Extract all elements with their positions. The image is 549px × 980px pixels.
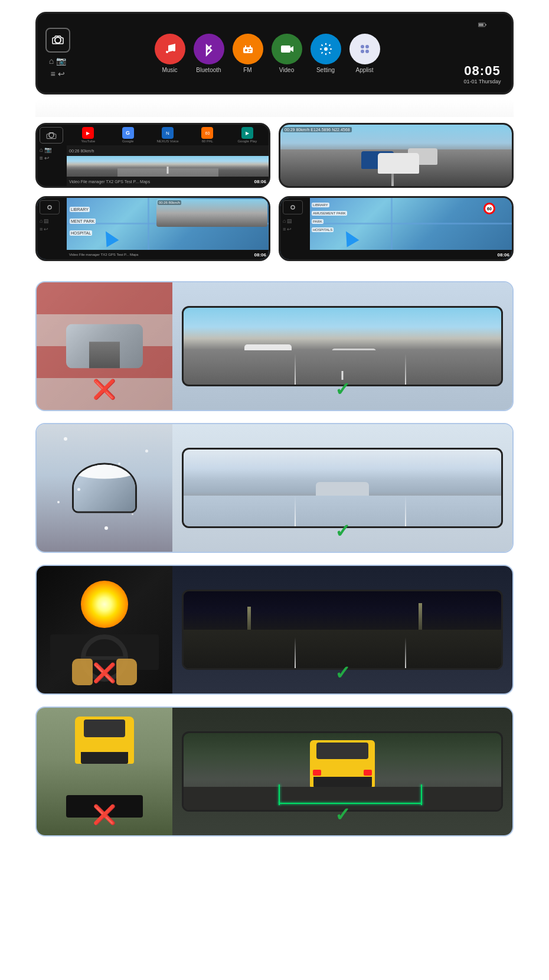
parking-bad-scene: ❌ bbox=[37, 708, 172, 835]
snow-overlay bbox=[37, 424, 172, 552]
map-content-left: LIBRARY MENT PARK HOSPITAL 60 00:26 80km… bbox=[67, 198, 269, 259]
screen-left-2-inner: ⌂ 📷 ≡ ↩ ▶ bbox=[37, 125, 269, 186]
photo-icon[interactable]: 📷 bbox=[56, 56, 66, 66]
map-sidebar-right: ⌂ ▤ ≡ ↩ bbox=[280, 198, 310, 259]
good-icon-1: ✓ bbox=[335, 378, 351, 401]
comp-right-2: ✓ bbox=[172, 424, 512, 552]
comparison-panel-3: ❌ ✓ bbox=[35, 565, 514, 695]
app-nexus[interactable]: N NEXUS Voice bbox=[149, 127, 187, 143]
app-setting[interactable]: Setting bbox=[311, 34, 341, 73]
mirror-shape-1 bbox=[66, 324, 143, 369]
comparison-panel-4: ❌ bbox=[35, 706, 514, 836]
dashcam-display-4 bbox=[182, 731, 503, 812]
settings-icon[interactable]: ≡ bbox=[50, 69, 55, 79]
comp-right-1: ✓ bbox=[172, 282, 512, 410]
recording-info: 00:26 80km/h bbox=[69, 149, 94, 153]
tail-light-left bbox=[313, 770, 321, 776]
bad-icon-4: ❌ bbox=[93, 803, 116, 826]
dashcam-display-3 bbox=[182, 590, 503, 670]
half-bottombar: Video File manager TX2 GPS Test P... Map… bbox=[67, 177, 269, 186]
comparison-panel-1: ❌ ✓ bbox=[35, 281, 514, 411]
svg-point-18 bbox=[291, 206, 295, 209]
map-label-park: MENT PARK bbox=[70, 219, 96, 224]
app-gplay[interactable]: ▶ Google Play bbox=[228, 127, 266, 143]
back-icon[interactable]: ↩ bbox=[58, 69, 65, 79]
lane-l-3 bbox=[295, 637, 296, 668]
guide-line-right bbox=[421, 784, 422, 805]
lane-r-1 bbox=[405, 354, 406, 385]
svg-rect-6 bbox=[249, 51, 250, 52]
app-60pal[interactable]: 60 60 PAL bbox=[188, 127, 226, 143]
svg-rect-5 bbox=[249, 49, 251, 50]
setting-label: Setting bbox=[316, 67, 335, 73]
app-google[interactable]: G Google bbox=[109, 127, 146, 143]
clock-small: 08:06 bbox=[254, 179, 266, 184]
screen-right-2: 00:29 80km/h E124.5896 N22.4568 bbox=[279, 123, 514, 188]
page-container: ⌂ 📷 ≡ ↩ Mu bbox=[0, 0, 549, 860]
nav-arrow-right bbox=[340, 228, 360, 248]
screen-left-2: ⌂ 📷 ≡ ↩ ▶ bbox=[35, 123, 270, 188]
bad-icon-1: ❌ bbox=[93, 378, 116, 401]
app-video[interactable]: Video bbox=[272, 34, 302, 73]
map-left-view: ⌂ ▤ ≡ ↩ LIBR bbox=[37, 198, 269, 259]
screens-row-2: ⌂ 📷 ≡ ↩ ▶ bbox=[35, 123, 514, 188]
home-icon[interactable]: ⌂ bbox=[49, 56, 54, 66]
map-content-right: LIBRARY AMUSEMENT PARK HOSPITALS 60 PARK… bbox=[310, 198, 512, 259]
map-right-view: ⌂ ▤ ≡ ↩ LIBR bbox=[280, 198, 512, 259]
map-label-hospitals: HOSPITALS bbox=[312, 227, 334, 232]
highway-camera-view: 00:29 80km/h E124.5896 N22.4568 bbox=[280, 125, 512, 186]
svg-point-2 bbox=[173, 49, 175, 51]
app-icons-row: Music Bluetooth bbox=[155, 34, 380, 73]
comp-left-4: ❌ bbox=[37, 708, 172, 835]
dashcam-display-1 bbox=[182, 306, 503, 386]
map-label-park-r: AMUSEMENT PARK bbox=[312, 211, 347, 216]
screen1-reflection bbox=[35, 99, 514, 117]
dashcam-view-clear bbox=[184, 308, 501, 385]
good-icon-2: ✓ bbox=[335, 520, 351, 542]
bluetooth-icon-circle bbox=[194, 34, 224, 64]
screen-left-3: ⌂ ▤ ≡ ↩ LIBR bbox=[35, 196, 270, 261]
app-bluetooth[interactable]: Bluetooth bbox=[194, 34, 224, 73]
app-fm[interactable]: FM bbox=[233, 34, 263, 73]
map-label-hospital: HOSPITAL bbox=[70, 230, 92, 236]
half-topbar: 00:26 80km/h bbox=[67, 145, 269, 156]
highway-overlay: 00:29 80km/h E124.5896 N22.4568 bbox=[283, 127, 352, 132]
guide-line-left bbox=[279, 784, 280, 805]
app-applist[interactable]: Applist bbox=[349, 34, 380, 73]
yellow-car-guide-4 bbox=[310, 740, 375, 787]
comparison-panel-2: ✓ bbox=[35, 423, 514, 553]
svg-rect-3 bbox=[243, 47, 253, 53]
tail-light-right bbox=[364, 770, 372, 776]
app-youtube[interactable]: ▶ YouTube bbox=[69, 127, 107, 143]
map-statusbar-right: 08:06 bbox=[310, 250, 512, 259]
screen-right-3: ⌂ ▤ ≡ ↩ LIBR bbox=[279, 196, 514, 261]
fm-label: FM bbox=[243, 67, 251, 73]
left-sidebar: ⌂ 📷 ≡ ↩ bbox=[43, 28, 76, 79]
music-icon-circle bbox=[155, 34, 185, 64]
lane-l-2 bbox=[295, 496, 296, 526]
svg-point-11 bbox=[361, 50, 364, 53]
lane-r-3 bbox=[405, 637, 406, 668]
screens-row-3: ⌂ ▤ ≡ ↩ LIBR bbox=[35, 196, 514, 261]
map-sidebar-left: ⌂ ▤ ≡ ↩ bbox=[37, 198, 67, 259]
comp-left-1: ❌ bbox=[37, 282, 172, 410]
map-status-info: Video File manager TX2 GPS Test P... Map… bbox=[69, 253, 139, 256]
clock-display: 08:05 bbox=[464, 63, 500, 79]
hand-right bbox=[116, 659, 137, 685]
video-label: Video bbox=[279, 67, 294, 73]
svg-rect-15 bbox=[479, 24, 483, 26]
app-grid-area: Music Bluetooth bbox=[76, 34, 459, 73]
nav-arrow-left bbox=[100, 228, 119, 248]
app-music[interactable]: Music bbox=[155, 34, 185, 73]
control-icons: ≡ ↩ bbox=[50, 69, 64, 79]
bad-icon-3: ❌ bbox=[93, 662, 116, 684]
svg-point-9 bbox=[361, 45, 364, 48]
comp-left-3: ❌ bbox=[37, 566, 172, 694]
comp-right-3: ✓ bbox=[172, 566, 512, 694]
fm-icon-circle bbox=[233, 34, 263, 64]
good-icon-3: ✓ bbox=[335, 662, 351, 684]
applist-label: Applist bbox=[355, 67, 373, 73]
clock-area: 08:05 01-01 Thursday bbox=[459, 18, 506, 88]
svg-rect-7 bbox=[281, 45, 290, 53]
dashcam-display-2 bbox=[182, 448, 503, 528]
